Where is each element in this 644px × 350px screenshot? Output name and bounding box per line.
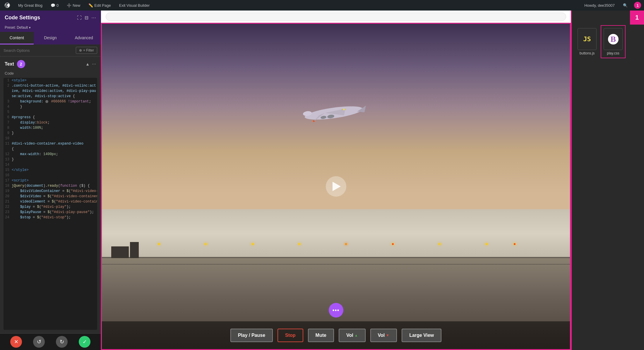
code-line: 16 — [4, 173, 97, 178]
file-play-css[interactable]: play.css — [601, 26, 625, 58]
wp-admin-bar: My Great Blog 💬 0 ➕ New ✏️ Edit Page Exi… — [0, 0, 644, 11]
building-2 — [130, 242, 139, 258]
airplane-svg — [299, 95, 369, 131]
svg-point-6 — [343, 109, 345, 110]
code-line: 3 background: #666666 !important; — [4, 99, 97, 104]
section-title: Text 2 — [5, 60, 25, 68]
wp-logo-icon — [5, 3, 10, 8]
code-line: 10 — [4, 136, 97, 141]
search-icon-wp[interactable]: 🔍 — [621, 3, 629, 8]
play-pause-button[interactable]: Play / Pause — [230, 329, 273, 342]
code-line: 15</style> — [4, 167, 97, 173]
runway-light-4 — [299, 243, 300, 245]
sidebar: Code Settings ⛶ ⊟ ⋯ Preset: Default ▾ Co… — [0, 11, 101, 350]
code-line: { — [4, 146, 97, 152]
section-badge: 2 — [17, 60, 25, 68]
js-file-icon — [578, 28, 597, 50]
code-line: 13} — [4, 157, 97, 162]
file-play-css-label: play.css — [607, 51, 619, 55]
code-line: 14 — [4, 162, 97, 167]
filter-icon: ⊕ — [79, 48, 82, 52]
code-line: 4 } — [4, 104, 97, 109]
sidebar-toolbar: ✕ ↺ ↻ ✓ — [0, 333, 101, 350]
svg-point-7 — [313, 120, 315, 122]
fullscreen-icon[interactable]: ⛶ — [77, 15, 82, 20]
wp-logo[interactable] — [3, 3, 12, 8]
code-line: 17<script> — [4, 178, 97, 183]
columns-icon[interactable]: ⊟ — [85, 15, 88, 20]
code-line: 5 — [4, 109, 97, 115]
large-view-button[interactable]: Large View — [402, 329, 441, 342]
vol-down-button[interactable]: Vol ▼ — [370, 329, 397, 342]
section-icons: ▲ ⋯ — [85, 62, 96, 66]
code-line: 12 max-width: 1400px; — [4, 152, 97, 157]
dots-icon: ••• — [332, 307, 339, 314]
files-row: buttons.js play.css — [575, 21, 625, 58]
sidebar-tabs: Content Design Advanced — [0, 32, 101, 44]
runway-light-3 — [252, 243, 254, 245]
code-line: 7 display:block; — [4, 120, 97, 125]
section-header: Text 2 ▲ ⋯ — [0, 56, 101, 71]
fence-line — [102, 257, 570, 258]
tab-design[interactable]: Design — [34, 32, 67, 44]
code-line: 21 videoElement = $("#divi-video-contain… — [4, 199, 97, 204]
new-item[interactable]: ➕ New — [65, 3, 82, 8]
code-line: 2.control-button-active, #divi-volinc:ac… — [4, 83, 97, 99]
collapse-icon[interactable]: ▲ — [85, 62, 90, 66]
code-label: Code — [0, 71, 101, 78]
preset-dropdown[interactable]: ▾ — [29, 26, 31, 30]
notification-badge-1: 1 — [630, 11, 644, 25]
undo-button[interactable]: ↺ — [33, 336, 45, 348]
code-line: 1<style> — [4, 78, 97, 83]
more-icon[interactable]: ⋯ — [91, 15, 96, 20]
url-bar — [101, 11, 571, 23]
right-panel: 1 buttons.js play.css — [571, 11, 644, 350]
runway-light-2 — [205, 243, 207, 245]
save-button[interactable]: ✓ — [79, 336, 90, 348]
code-editor[interactable]: 1<style> 2.control-button-active, #divi-… — [4, 78, 97, 330]
code-line: 11#divi-video-container.expand-video — [4, 141, 97, 146]
video-controls-bar: Play / Pause Stop Mute Vol ▲ Vol ▼ Large — [102, 321, 570, 349]
preset-text: Preset: Default — [5, 25, 28, 30]
vol-up-button[interactable]: Vol ▲ — [339, 329, 366, 342]
code-line: 22 $play = $("#divi-play"); — [4, 204, 97, 210]
comments-item[interactable]: 💬 0 — [49, 3, 60, 8]
code-line: 8 width:100%; — [4, 125, 97, 131]
stop-button[interactable]: Stop — [278, 329, 303, 342]
site-name[interactable]: My Great Blog — [16, 3, 44, 8]
file-buttons-js-label: buttons.js — [580, 51, 595, 55]
code-line: 19 $diviVideoContainer = $("#divi-video-… — [4, 188, 97, 194]
preset-bar: Preset: Default ▾ — [0, 24, 101, 32]
text-file-icon — [604, 28, 623, 50]
sidebar-title: Code Settings — [5, 15, 40, 21]
code-line: 20 $diviVideo = $("#divi-video-container… — [4, 194, 97, 199]
dots-menu-button[interactable]: ••• — [329, 303, 343, 318]
file-buttons-js[interactable]: buttons.js — [575, 26, 599, 58]
sidebar-header: Code Settings ⛶ ⊟ ⋯ — [0, 11, 101, 24]
filter-button[interactable]: ⊕ + Filter — [76, 47, 97, 54]
close-button[interactable]: ✕ — [10, 336, 22, 348]
exit-builder-item[interactable]: Exit Visual Builder — [117, 3, 152, 8]
vol-down-icon: ▼ — [386, 333, 389, 337]
airplane-container — [299, 95, 369, 132]
code-line: 24 $stop = $("#divi-stop"); — [4, 215, 97, 220]
url-input[interactable] — [106, 13, 566, 21]
fence-line-2 — [102, 264, 570, 265]
redo-button[interactable]: ↻ — [56, 336, 68, 348]
vol-up-icon: ▲ — [354, 333, 358, 337]
howdy-text: Howdy, dee35007 — [583, 3, 616, 8]
play-button-overlay[interactable] — [326, 176, 346, 197]
building-1 — [111, 246, 129, 258]
tab-content[interactable]: Content — [0, 32, 34, 44]
section-more-icon[interactable]: ⋯ — [92, 62, 96, 66]
snow-ground — [102, 209, 570, 258]
tab-advanced[interactable]: Advanced — [67, 32, 101, 44]
code-line: 6#progress { — [4, 115, 97, 120]
edit-page-item[interactable]: ✏️ Edit Page — [87, 3, 112, 8]
search-input[interactable] — [4, 48, 73, 53]
code-line: 23 $playPause = $("#divi-play-pause"); — [4, 210, 97, 215]
code-line: 9} — [4, 131, 97, 136]
mute-button[interactable]: Mute — [308, 329, 334, 342]
notification-badge[interactable]: 1 — [634, 2, 641, 9]
search-bar: ⊕ + Filter — [0, 44, 101, 56]
